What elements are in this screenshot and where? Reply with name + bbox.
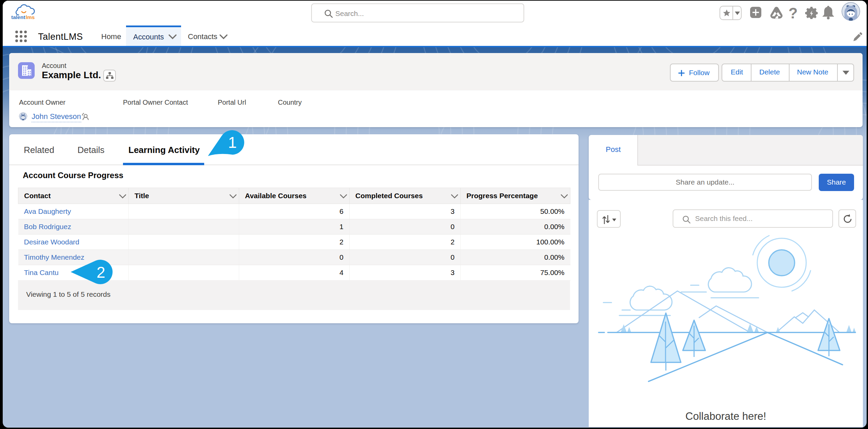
- svg-text:talent: talent: [11, 14, 25, 20]
- svg-text:1: 1: [228, 134, 237, 151]
- svg-text:2: 2: [96, 263, 105, 281]
- svg-text:lms: lms: [26, 14, 35, 20]
